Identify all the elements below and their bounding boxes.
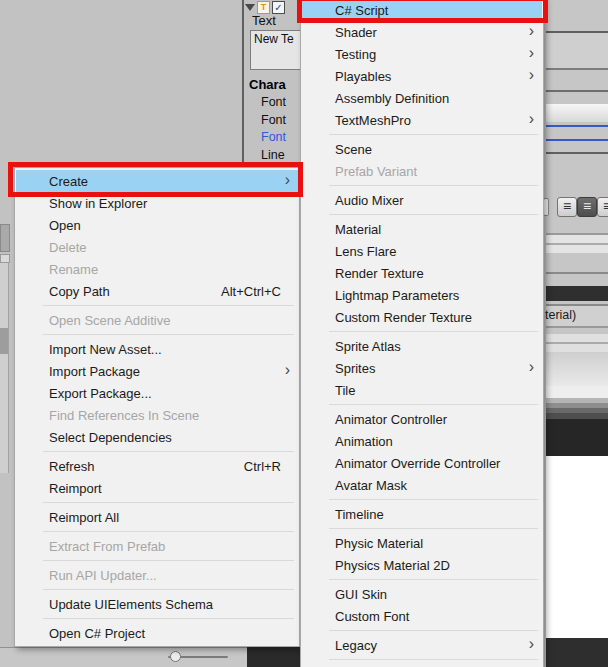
menu-item-assembly-definition[interactable]: Assembly Definition xyxy=(302,87,542,109)
menu-item-animator-override-controller[interactable]: Animator Override Controller xyxy=(302,452,542,474)
menu-item-c-script[interactable]: C# Script xyxy=(302,0,542,21)
inspector-fragment-row xyxy=(546,344,608,352)
menu-item-scene[interactable]: Scene xyxy=(302,138,542,160)
scrollbar-track[interactable] xyxy=(0,263,9,473)
menu-separator xyxy=(43,560,294,561)
submenu-arrow-icon: › xyxy=(529,23,534,39)
project-panel-fragment xyxy=(0,224,10,252)
menu-item-lens-flare[interactable]: Lens Flare xyxy=(302,240,542,262)
menu-item-label: Render Texture xyxy=(335,266,424,281)
inspector-text-label: Text xyxy=(252,13,276,28)
inspector-fragment-row xyxy=(546,139,608,141)
menu-item-reimport[interactable]: Reimport xyxy=(16,477,298,499)
scrollbar-button[interactable] xyxy=(0,254,10,263)
menu-item-label: Export Package... xyxy=(49,386,152,401)
menu-item-sprites[interactable]: Sprites› xyxy=(302,357,542,379)
foldout-triangle-icon[interactable] xyxy=(245,4,255,11)
menu-item-create[interactable]: Create› xyxy=(16,170,298,192)
list-layout-button[interactable]: ≡ xyxy=(597,197,608,217)
menu-item-run-api-updater: Run API Updater... xyxy=(16,564,298,586)
submenu-arrow-icon: › xyxy=(529,359,534,375)
menu-item-label: Import New Asset... xyxy=(49,342,162,357)
menu-item-label: Open xyxy=(49,218,81,233)
menu-item-physics-material-2d[interactable]: Physics Material 2D xyxy=(302,554,542,576)
list-layout-button-active[interactable]: ≡ xyxy=(577,197,597,217)
menu-item-label: Open C# Project xyxy=(49,626,145,641)
menu-item-label: Physic Material xyxy=(335,536,423,551)
menu-item-label: Copy Path xyxy=(49,284,110,299)
menu-item-refresh[interactable]: RefreshCtrl+R xyxy=(16,455,298,477)
menu-item-custom-font[interactable]: Custom Font xyxy=(302,605,542,627)
menu-separator xyxy=(43,618,294,619)
menu-item-avatar-mask[interactable]: Avatar Mask xyxy=(302,474,542,496)
material-name-fragment: terial) xyxy=(545,308,576,322)
menu-separator xyxy=(329,659,538,660)
menu-item-label: Tile xyxy=(335,383,355,398)
scrollbar-thumb[interactable] xyxy=(0,328,8,354)
menu-item-tile[interactable]: Tile xyxy=(302,379,542,401)
menu-item-update-uielements-schema[interactable]: Update UIElements Schema xyxy=(16,593,298,615)
submenu-arrow-icon: › xyxy=(529,636,534,652)
list-layout-button[interactable]: ≡ xyxy=(557,197,577,217)
inspector-fragment-row xyxy=(546,386,608,398)
inspector-fragment-row xyxy=(546,235,608,243)
menu-item-label: Custom Render Texture xyxy=(335,310,472,325)
menu-item-select-dependencies[interactable]: Select Dependencies xyxy=(16,426,298,448)
menu-item-label: Assembly Definition xyxy=(335,91,449,106)
menu-item-show-in-explorer[interactable]: Show in Explorer xyxy=(16,192,298,214)
menu-item-import-package[interactable]: Import Package› xyxy=(16,360,298,382)
menu-separator xyxy=(43,451,294,452)
menu-item-playables[interactable]: Playables› xyxy=(302,65,542,87)
menu-item-label: Avatar Mask xyxy=(335,478,407,493)
menu-item-label: Lens Flare xyxy=(335,244,396,259)
inspector-fragment-row xyxy=(546,286,608,301)
menu-item-label: Timeline xyxy=(335,507,384,522)
menu-item-label: Playables xyxy=(335,69,391,84)
menu-item-shader[interactable]: Shader› xyxy=(302,21,542,43)
menu-item-testing[interactable]: Testing› xyxy=(302,43,542,65)
menu-item-textmeshpro[interactable]: TextMeshPro› xyxy=(302,109,542,131)
inspector-fragment-row xyxy=(546,334,608,342)
menu-item-physic-material[interactable]: Physic Material xyxy=(302,532,542,554)
menu-item-label: Legacy xyxy=(335,638,377,653)
menu-item-import-new-asset[interactable]: Import New Asset... xyxy=(16,338,298,360)
inspector-fragment-row xyxy=(546,90,608,92)
menu-item-sprite-atlas[interactable]: Sprite Atlas xyxy=(302,335,542,357)
menu-item-reimport-all[interactable]: Reimport All xyxy=(16,506,298,528)
menu-item-label: Animator Override Controller xyxy=(335,456,500,471)
menu-item-shortcut: Ctrl+R xyxy=(244,459,281,474)
inspector-property-label: Font xyxy=(261,95,286,109)
menu-item-label: Custom Font xyxy=(335,609,409,624)
menu-item-legacy[interactable]: Legacy› xyxy=(302,634,542,656)
menu-item-copy-path[interactable]: Copy PathAlt+Ctrl+C xyxy=(16,280,298,302)
submenu-arrow-icon: › xyxy=(529,67,534,83)
menu-item-render-texture[interactable]: Render Texture xyxy=(302,262,542,284)
menu-item-label: Prefab Variant xyxy=(335,164,417,179)
menu-item-audio-mixer[interactable]: Audio Mixer xyxy=(302,189,542,211)
inspector-fragment-row xyxy=(546,33,608,68)
menu-item-lightmap-parameters[interactable]: Lightmap Parameters xyxy=(302,284,542,306)
menu-item-rename: Rename xyxy=(16,258,298,280)
menu-item-label: Create xyxy=(49,174,88,189)
menu-item-timeline[interactable]: Timeline xyxy=(302,503,542,525)
menu-separator xyxy=(329,404,538,405)
menu-item-label: Refresh xyxy=(49,459,95,474)
menu-item-open-c-project[interactable]: Open C# Project xyxy=(16,622,298,644)
menu-separator xyxy=(329,499,538,500)
menu-item-label: Testing xyxy=(335,47,376,62)
menu-item-gui-skin[interactable]: GUI Skin xyxy=(302,583,542,605)
zoom-slider-knob[interactable] xyxy=(170,651,181,662)
menu-item-material[interactable]: Material xyxy=(302,218,542,240)
menu-item-label: Find References In Scene xyxy=(49,408,199,423)
menu-item-animator-controller[interactable]: Animator Controller xyxy=(302,408,542,430)
menu-item-custom-render-texture[interactable]: Custom Render Texture xyxy=(302,306,542,328)
menu-item-open[interactable]: Open xyxy=(16,214,298,236)
menu-item-label: Show in Explorer xyxy=(49,196,147,211)
inspector-section-header: Chara xyxy=(249,77,286,92)
menu-item-export-package[interactable]: Export Package... xyxy=(16,382,298,404)
inspector-fragment-row xyxy=(546,125,608,127)
menu-item-animation[interactable]: Animation xyxy=(302,430,542,452)
menu-separator xyxy=(43,531,294,532)
menu-item-label: Sprites xyxy=(335,361,375,376)
menu-separator xyxy=(329,185,538,186)
